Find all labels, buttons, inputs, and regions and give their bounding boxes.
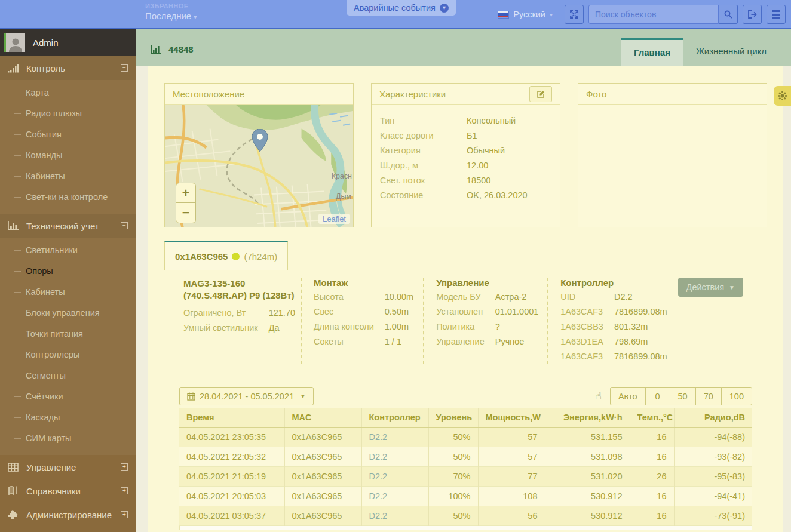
table-cell: 0x1A63C965 (284, 506, 361, 526)
map[interactable]: + − Красн Дым Leaflet (165, 105, 353, 227)
field-value: Обычный (467, 143, 551, 158)
expand-icon[interactable]: + (121, 487, 128, 494)
fullscreen-button[interactable] (565, 5, 584, 24)
sidebar-section-label: Администрирование (26, 510, 121, 520)
level-button-70[interactable]: 70 (695, 387, 722, 405)
field-label: Длина консоли (314, 319, 374, 334)
signal-bars-icon (8, 64, 21, 73)
control-title: Управление (436, 278, 538, 288)
tab-main[interactable]: Главная (621, 38, 683, 66)
table-cell: 50% (428, 506, 478, 526)
level-button-0[interactable]: 0 (645, 387, 670, 405)
tab-lifecycle[interactable]: Жизненный цикл (683, 38, 779, 66)
sidebar-item[interactable]: Каскады (0, 407, 136, 428)
sidebar-item[interactable]: События (0, 124, 136, 145)
sidebar-section-header[interactable]: Управление+ (0, 455, 136, 479)
emergency-events-button[interactable]: Аварийные события ▼ (347, 0, 456, 16)
level-button-100[interactable]: 100 (721, 387, 752, 405)
search-input[interactable] (588, 5, 719, 24)
sidebar-item[interactable]: Свет-ки на контроле (0, 187, 136, 208)
device-mac: 0x1A63C965 (175, 251, 228, 262)
device-tabstrip: 0x1A63C965 (7h24m) (164, 241, 767, 270)
expand-icon[interactable]: + (121, 511, 128, 518)
sidebar-item[interactable]: Блоки управления (0, 303, 136, 324)
field-value: 1.00m (385, 319, 413, 334)
flag-russia-icon (498, 11, 509, 19)
collapse-icon[interactable]: − (121, 222, 128, 229)
sidebar-section-header[interactable]: Контроль− (0, 56, 136, 80)
user-row[interactable]: Admin (0, 29, 136, 56)
fullscreen-icon (569, 10, 579, 19)
sidebar-item[interactable]: Сегменты (0, 365, 136, 386)
device-tab[interactable]: 0x1A63C965 (7h24m) (164, 241, 288, 270)
menu-button[interactable] (767, 5, 786, 24)
edit-button[interactable] (529, 86, 552, 102)
sidebar-item[interactable]: Радио шлюзы (0, 103, 136, 124)
sidebar-section-4: Администрирование+ (0, 503, 136, 527)
table-cell: -93(-82) (674, 447, 752, 467)
device-model-column: MAG3-135-160 (740.S.48R.AP) P9 (128Вт) О… (164, 278, 301, 364)
level-button-Авто[interactable]: Авто (610, 387, 646, 405)
calendar-icon (187, 392, 195, 401)
sidebar-section-3: Справочники+ (0, 479, 136, 503)
sidebar-item[interactable]: Опоры (0, 261, 136, 282)
search-icon (723, 10, 733, 19)
sidebar-section-header[interactable]: Технический учет− (0, 214, 136, 238)
controller-link[interactable]: D2.2 (361, 447, 428, 467)
date-range-button[interactable]: 28.04.2021 - 05.05.2021 ▼ (179, 387, 314, 405)
characteristics-panel: Характеристики ТипКонсольныйКласс дороги… (371, 83, 560, 227)
sidebar-item[interactable]: Команды (0, 145, 136, 166)
field-value: 12.00 (467, 158, 551, 173)
field-label: Умный светильник (183, 321, 258, 336)
controller-link[interactable]: D2.2 (361, 487, 428, 506)
map-marker-icon[interactable] (252, 129, 268, 152)
sidebar-nav: Контроль−КартаРадио шлюзыСобытияКомандыК… (0, 56, 136, 527)
controller-link[interactable]: D2.2 (361, 467, 428, 487)
favorites-dropdown[interactable]: Последние▾ (145, 11, 197, 22)
controller-link[interactable]: D2.2 (361, 506, 428, 526)
search-button[interactable] (719, 5, 738, 24)
language-selector[interactable]: Русский ▾ (498, 10, 553, 19)
zoom-in-icon[interactable]: + (176, 183, 195, 203)
sidebar-item[interactable]: Счётчики (0, 386, 136, 407)
field-label: Модель БУ (436, 290, 485, 305)
table-cell: 530.912 (545, 506, 630, 526)
field-value: Б1 (467, 128, 551, 143)
logout-button[interactable] (743, 5, 762, 24)
field-value: 7816899.08m (614, 349, 669, 364)
sidebar-item[interactable]: Кабинеты (0, 282, 136, 303)
settings-gear-tab[interactable] (774, 86, 791, 106)
field-value: OK, 26.03.2020 (467, 188, 551, 203)
table-row: 04.05.2021 20:05:030x1A63C965D2.2100%108… (179, 487, 752, 506)
field-value: Да (269, 321, 295, 336)
zoom-out-icon[interactable]: − (176, 203, 195, 223)
table-cell: 108 (478, 487, 545, 506)
sidebar-item[interactable]: Точки питания (0, 324, 136, 345)
table-toolbar: 28.04.2021 - 05.05.2021 ▼ ☝ Авто05070100 (179, 387, 752, 405)
field-label: Сокеты (314, 334, 374, 349)
table-cell: 0x1A63C965 (284, 447, 361, 467)
map-attribution[interactable]: Leaflet (318, 214, 350, 224)
sidebar-item[interactable]: Контроллеры (0, 345, 136, 365)
sidebar-item[interactable]: Карта (0, 82, 136, 103)
sidebar-section-header[interactable]: Администрирование+ (0, 503, 136, 527)
sidebar-section-header[interactable]: Справочники+ (0, 479, 136, 503)
bar-chart-icon (8, 221, 21, 230)
expand-icon[interactable]: + (121, 463, 128, 471)
actions-button[interactable]: Действия ▼ (678, 278, 743, 297)
book-icon (8, 486, 21, 496)
column-header: Темп.,°C (630, 408, 674, 428)
sidebar-item[interactable]: Кабинеты (0, 166, 136, 187)
level-button-group: Авто05070100 (610, 387, 752, 405)
sidebar-item[interactable]: СИМ карты (0, 428, 136, 449)
field-label: UID (560, 290, 603, 305)
sidebar-item[interactable]: Светильники (0, 240, 136, 261)
sidebar-section-0: Контроль−КартаРадио шлюзыСобытияКомандыК… (0, 56, 136, 214)
level-button-50[interactable]: 50 (670, 387, 696, 405)
telemetry-table: ВремяMACКонтроллерУровеньМощность,WЭнерг… (179, 408, 752, 526)
column-header: MAC (284, 408, 361, 428)
controller-link[interactable]: D2.2 (361, 428, 428, 447)
field-label: Тип (380, 113, 467, 128)
collapse-icon[interactable]: − (121, 64, 128, 72)
table-cell: 0x1A63C965 (284, 428, 361, 447)
